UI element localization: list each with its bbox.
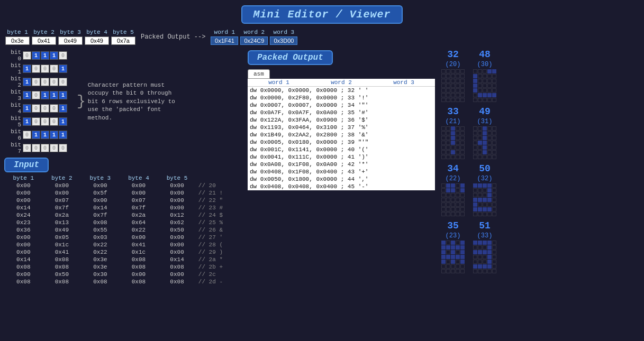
pixel-51-4-3 bbox=[487, 260, 492, 264]
char-grid-34 bbox=[441, 183, 465, 216]
word-label-1: word 2 bbox=[244, 29, 265, 35]
input-cell-11-4: 0x08 bbox=[158, 263, 196, 271]
byte-input-0[interactable] bbox=[5, 36, 30, 45]
bit-cell-6-0[interactable]: 0 bbox=[23, 131, 31, 139]
bit-cell-2-0[interactable]: 1 bbox=[23, 78, 31, 86]
bit-row-label-5: bit 5 bbox=[4, 115, 21, 128]
pixel-51-2-3 bbox=[487, 250, 492, 254]
pixel-51-3-0 bbox=[473, 255, 477, 259]
tab-asm[interactable]: asm bbox=[248, 69, 270, 79]
pixel-33-4-3 bbox=[456, 145, 460, 150]
bit-cell-2-3[interactable]: 0 bbox=[50, 78, 58, 86]
input-cell-13-1: 0x08 bbox=[43, 278, 81, 285]
bit-cell-1-3[interactable]: 0 bbox=[50, 64, 58, 73]
bit-cell-1-0[interactable]: 1 bbox=[23, 64, 31, 73]
top-row: byte 1 byte 2 byte 3 byte 4 byte 5 Packe… bbox=[0, 27, 644, 47]
pixel-50-2-1 bbox=[478, 193, 482, 197]
pixel-32-6-2 bbox=[451, 98, 455, 102]
byte-input-2[interactable] bbox=[58, 36, 83, 45]
char-sublabel-48: (30) bbox=[477, 61, 493, 68]
pixel-51-2-1 bbox=[478, 250, 482, 254]
bit-cells-2: 10000 bbox=[23, 78, 67, 86]
input-cell-2-5: // 22 " bbox=[196, 197, 239, 204]
input-cell-4-0: 0x24 bbox=[4, 211, 43, 219]
bit-cell-6-2[interactable]: 1 bbox=[41, 131, 49, 139]
pixel-50-3-4 bbox=[492, 198, 496, 202]
pixel-51-4-1 bbox=[478, 260, 482, 264]
bit-cell-3-1[interactable]: 0 bbox=[32, 91, 40, 99]
bit-cell-6-4[interactable]: 1 bbox=[59, 131, 67, 139]
byte-input-3[interactable] bbox=[85, 36, 109, 45]
input-cell-5-5: // 25 % bbox=[196, 219, 239, 226]
bit-cell-5-2[interactable]: 0 bbox=[41, 117, 49, 126]
bit-cell-5-4[interactable]: 1 bbox=[59, 117, 67, 126]
word-input-0[interactable] bbox=[211, 36, 238, 45]
pixel-35-2-0 bbox=[441, 250, 446, 254]
pixel-34-5-2 bbox=[451, 207, 455, 211]
bit-cell-2-4[interactable]: 0 bbox=[59, 78, 67, 86]
pixel-49-0-1 bbox=[478, 126, 482, 131]
input-cell-7-5: // 27 ' bbox=[196, 234, 239, 241]
bit-cell-2-1[interactable]: 0 bbox=[32, 78, 40, 86]
bit-cell-4-1[interactable]: 0 bbox=[32, 104, 40, 113]
char-grid-35 bbox=[441, 241, 465, 273]
pixel-50-3-0 bbox=[473, 198, 477, 202]
bit-cell-4-3[interactable]: 0 bbox=[50, 104, 58, 113]
bit-cell-7-4[interactable]: 0 bbox=[59, 144, 67, 152]
bit-cell-0-0[interactable]: 0 bbox=[23, 51, 31, 60]
bit-cell-1-4[interactable]: 1 bbox=[59, 64, 67, 73]
pixel-51-3-1 bbox=[478, 255, 482, 259]
bit-cell-4-0[interactable]: 1 bbox=[23, 104, 31, 113]
pixel-35-3-2 bbox=[451, 255, 455, 259]
input-cell-7-3: 0x00 bbox=[120, 234, 158, 241]
input-cell-6-1: 0x49 bbox=[43, 226, 81, 234]
bit-cell-5-1[interactable]: 0 bbox=[32, 117, 40, 126]
pixel-48-0-1 bbox=[478, 69, 482, 73]
input-cell-6-0: 0x36 bbox=[4, 226, 43, 234]
bit-cell-7-2[interactable]: 0 bbox=[41, 144, 49, 152]
bit-cell-4-4[interactable]: 1 bbox=[59, 104, 67, 113]
bit-cell-6-1[interactable]: 1 bbox=[32, 131, 40, 139]
bit-cell-3-3[interactable]: 1 bbox=[50, 91, 58, 99]
bit-cell-4-2[interactable]: 0 bbox=[41, 104, 49, 113]
bit-cell-7-1[interactable]: 0 bbox=[32, 144, 40, 152]
bit-cell-5-0[interactable]: 1 bbox=[23, 117, 31, 126]
bit-cell-1-2[interactable]: 0 bbox=[41, 64, 49, 73]
byte-input-4[interactable] bbox=[111, 36, 135, 45]
byte-col-1: byte 2 bbox=[32, 29, 56, 45]
brace-icon: } bbox=[77, 94, 86, 109]
bit-cell-3-2[interactable]: 1 bbox=[41, 91, 49, 99]
input-cell-2-1: 0x07 bbox=[43, 197, 81, 204]
bit-cell-0-2[interactable]: 1 bbox=[41, 51, 49, 60]
bit-cell-7-0[interactable]: 0 bbox=[23, 144, 31, 152]
bit-cell-0-1[interactable]: 1 bbox=[32, 51, 40, 60]
packed-cell-11: dw 0x0408, 0x1F08, 0x0400 ; 43 '+' bbox=[248, 168, 435, 176]
word-input-1[interactable] bbox=[240, 36, 268, 45]
pixel-49-6-2 bbox=[483, 155, 487, 159]
bit-cell-7-3[interactable]: 0 bbox=[50, 144, 58, 152]
char-label-32: 32 bbox=[447, 49, 459, 60]
pixel-49-0-3 bbox=[487, 126, 492, 131]
bit-cell-0-3[interactable]: 1 bbox=[50, 51, 58, 60]
pixel-32-3-2 bbox=[451, 84, 455, 88]
bit-cell-3-4[interactable]: 1 bbox=[59, 91, 67, 99]
bit-cell-3-0[interactable]: 1 bbox=[23, 91, 31, 99]
input-cell-8-0: 0x00 bbox=[4, 241, 43, 248]
input-cell-4-2: 0x7f bbox=[81, 211, 120, 219]
input-cell-3-3: 0x7f bbox=[120, 204, 158, 211]
byte-input-1[interactable] bbox=[32, 36, 56, 45]
bit-cell-6-3[interactable]: 1 bbox=[50, 131, 58, 139]
word-col-1: word 2 bbox=[240, 29, 268, 45]
input-table-row-12: 0x000x500x300x000x00// 2c bbox=[4, 271, 239, 278]
bit-cell-5-3[interactable]: 0 bbox=[50, 117, 58, 126]
bit-cell-0-4[interactable]: 0 bbox=[59, 51, 67, 60]
bit-cells-6: 01111 bbox=[23, 131, 67, 139]
bit-cell-1-1[interactable]: 0 bbox=[32, 64, 40, 73]
word-input-2[interactable] bbox=[270, 36, 297, 45]
pixel-33-2-1 bbox=[446, 136, 450, 140]
input-cell-10-0: 0x14 bbox=[4, 256, 43, 263]
bit-cell-2-2[interactable]: 0 bbox=[41, 78, 49, 86]
pixel-48-1-4 bbox=[492, 74, 496, 78]
pixel-34-6-4 bbox=[460, 212, 465, 216]
input-table-row-1: 0x000x000x5f0x000x00// 21 ! bbox=[4, 189, 239, 197]
